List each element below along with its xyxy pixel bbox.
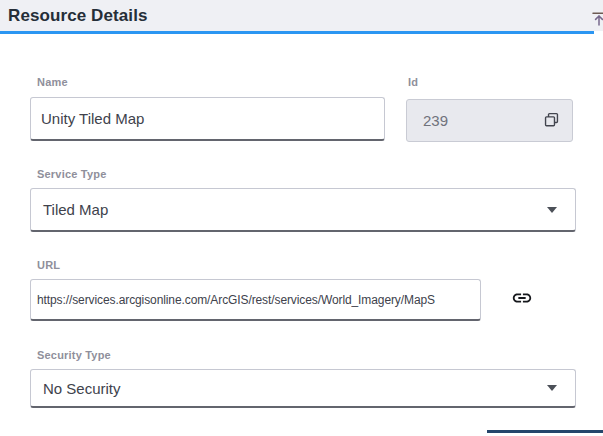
scroll-to-top-icon[interactable] <box>591 11 603 27</box>
service-type-label: Service Type <box>37 168 106 180</box>
service-type-select[interactable]: Tiled Map <box>30 188 576 232</box>
service-type-value: Tiled Map <box>43 201 108 218</box>
id-field: 239 <box>406 99 573 142</box>
link-icon[interactable] <box>511 287 533 309</box>
name-label: Name <box>37 76 68 88</box>
id-label: Id <box>408 76 418 88</box>
id-value: 239 <box>423 112 448 129</box>
resource-details-panel: Resource Details Name Id 239 Service Typ… <box>0 0 603 436</box>
next-section-accent-divider <box>487 430 603 433</box>
copy-icon[interactable] <box>543 112 560 129</box>
security-type-select[interactable]: No Security <box>30 369 576 408</box>
security-type-value: No Security <box>43 380 121 397</box>
caret-down-icon <box>547 207 557 213</box>
security-type-label: Security Type <box>37 349 111 361</box>
caret-down-icon <box>547 385 557 391</box>
name-input[interactable] <box>30 97 385 141</box>
url-label: URL <box>37 259 60 271</box>
panel-header: Resource Details <box>0 0 603 31</box>
header-accent-divider <box>0 31 594 34</box>
page-title: Resource Details <box>8 6 148 26</box>
url-input[interactable] <box>30 279 481 321</box>
